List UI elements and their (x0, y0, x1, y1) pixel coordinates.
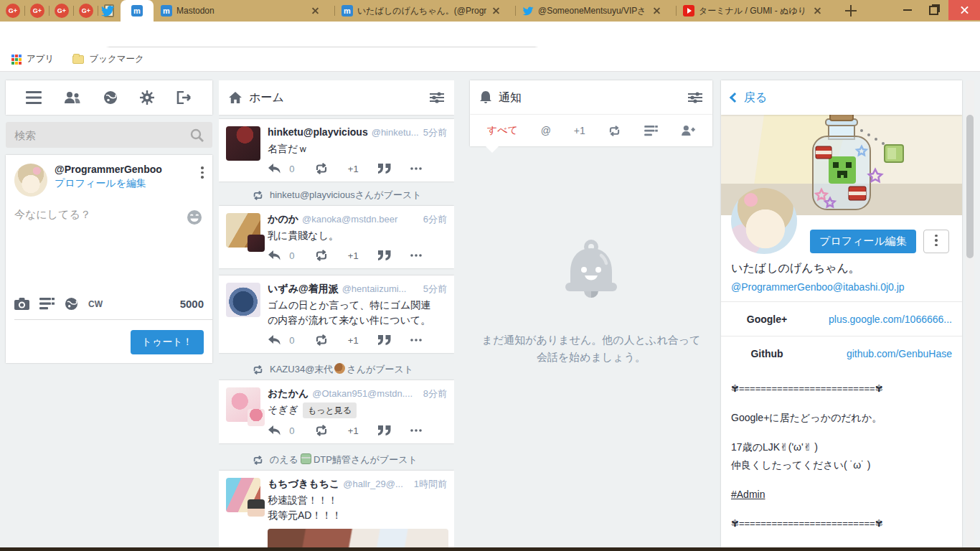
privacy-list-icon[interactable] (39, 298, 55, 310)
filter-statuses-icon[interactable] (644, 126, 658, 136)
search-box[interactable] (6, 122, 212, 148)
account-menu-icon[interactable] (201, 164, 204, 197)
toot-avatar[interactable] (226, 283, 260, 317)
toot-display-name[interactable]: かのか (268, 213, 298, 226)
toot-handle[interactable]: @hentaiizumi... (342, 283, 420, 294)
more-icon[interactable] (410, 429, 422, 432)
edit-profile-link[interactable]: プロフィールを編集 (55, 177, 162, 190)
users-icon[interactable] (64, 91, 81, 104)
back-bar[interactable]: 戻る (721, 80, 962, 115)
toot-avatar[interactable] (226, 213, 260, 248)
show-more-button[interactable]: もっと見る (303, 402, 357, 418)
toot-handle[interactable]: @kanoka@mstdn.beer (302, 214, 420, 225)
account-handle[interactable]: @ProgrammerGenboo (55, 164, 162, 175)
toot-avatar[interactable] (226, 387, 260, 422)
toot-time[interactable]: 5分前 (423, 283, 447, 296)
bio-hashtag-link[interactable]: #Admin (731, 489, 765, 500)
boost-icon[interactable] (314, 334, 329, 346)
column-settings-icon[interactable] (430, 92, 444, 103)
toot[interactable]: hinketu@playvicious @hinketu... 5分前 名言だｗ… (219, 119, 454, 182)
edit-profile-button[interactable]: プロフィール編集 (810, 230, 916, 253)
toot[interactable]: いずみ@着用派 @hentaiizumi... 5分前 ゴムの日とか言って、特に… (219, 276, 454, 353)
filter-boosts-icon[interactable] (608, 126, 621, 136)
toot-avatar[interactable] (226, 478, 260, 512)
close-tab-icon[interactable] (812, 5, 824, 17)
globe-icon[interactable] (103, 90, 118, 105)
quote-icon[interactable] (378, 335, 391, 345)
reply-icon[interactable] (268, 334, 281, 346)
pinned-tab-gplus[interactable]: G+ (79, 4, 93, 18)
boost-icon[interactable] (314, 250, 329, 261)
toot-time[interactable]: 8分前 (423, 387, 447, 400)
bookmark-apps[interactable]: アプリ (11, 53, 54, 65)
emoji-picker-icon[interactable] (187, 209, 202, 225)
active-tab-mastodon-pinned[interactable]: m (121, 0, 154, 22)
toot-time[interactable]: 6分前 (423, 213, 447, 226)
twitter-icon-pinned[interactable] (100, 4, 115, 18)
tab-twitter[interactable]: @SomeoneMentsuyu/VIPさ (517, 0, 676, 22)
window-restore-button[interactable] (921, 0, 946, 20)
filter-favourites[interactable]: +1 (574, 125, 585, 136)
profile-menu-button[interactable] (923, 230, 949, 253)
booster-name[interactable]: KAZU34@末代 (270, 364, 333, 375)
toot[interactable]: もちづきもちこ @hallr_29@... 1時間前 秒速設営！！！ 我等元AD… (219, 471, 454, 547)
toot[interactable]: かのか @kanoka@mstdn.beer 6分前 乳に貴賤なし。 0 +1 (219, 206, 454, 268)
toot-display-name[interactable]: いずみ@着用派 (268, 283, 339, 296)
pinned-tab-gplus[interactable]: G+ (55, 4, 69, 18)
filter-all[interactable]: すべて (487, 124, 518, 137)
tab-mastodon[interactable]: m Mastodon (155, 0, 334, 22)
field-value-link[interactable]: github.com/GenbuHase (813, 348, 962, 359)
toot-button[interactable]: トゥート！ (131, 330, 204, 354)
notifications-column-header[interactable]: 通知 (470, 80, 712, 115)
window-close-button[interactable] (948, 0, 980, 20)
my-avatar[interactable] (14, 164, 47, 197)
quote-icon[interactable] (378, 164, 391, 174)
bookmark-folder[interactable]: ブックマーク (72, 53, 143, 65)
reply-icon[interactable] (268, 163, 281, 174)
toot-display-name[interactable]: もちづきもちこ (268, 478, 339, 491)
toot-time[interactable]: 1時間前 (414, 478, 447, 491)
toot-display-name[interactable]: おたかん (268, 387, 308, 400)
plus-one-button[interactable]: +1 (348, 164, 359, 174)
toot-avatar[interactable] (226, 126, 260, 161)
scrollbar-thumb[interactable] (966, 115, 974, 258)
media-attachment[interactable] (268, 529, 448, 547)
more-icon[interactable] (410, 167, 422, 170)
profile-handle[interactable]: @ProgrammerGenboo@itabashi.0j0.jp (731, 281, 962, 293)
toot-handle[interactable]: @hinketu... (372, 127, 420, 138)
boost-icon[interactable] (314, 425, 329, 436)
quote-icon[interactable] (378, 425, 391, 435)
window-minimize-button[interactable] (895, 0, 920, 20)
quote-icon[interactable] (378, 250, 391, 260)
close-tab-icon[interactable] (310, 5, 321, 17)
more-icon[interactable] (410, 254, 422, 257)
close-tab-icon[interactable] (491, 5, 502, 17)
menu-icon[interactable] (26, 91, 42, 104)
pinned-tab-gplus[interactable]: G+ (6, 4, 20, 18)
booster-name[interactable]: hinketu@playvicious (270, 189, 355, 200)
boost-icon[interactable] (314, 163, 329, 174)
filter-follows-icon[interactable] (681, 125, 695, 136)
plus-one-button[interactable]: +1 (348, 335, 359, 346)
home-column-header[interactable]: ホーム (219, 80, 454, 115)
toot-handle[interactable]: @hallr_29@... (343, 479, 410, 489)
toot-display-name[interactable]: hinketu@playvicious (268, 126, 368, 138)
visibility-globe-icon[interactable] (65, 297, 78, 311)
pinned-tab-gplus[interactable]: G+ (30, 4, 44, 18)
tab-youtube[interactable]: ターミナル / GUMI - ぬゆり - Yo (677, 0, 837, 22)
search-input[interactable] (14, 129, 190, 141)
toot-time[interactable]: 5分前 (423, 126, 447, 139)
reply-icon[interactable] (268, 250, 281, 261)
profile-scrollbar[interactable] (966, 80, 974, 547)
column-settings-icon[interactable] (688, 92, 702, 103)
toot-handle[interactable]: @Otakan951@mstdn.... (312, 388, 419, 399)
compose-textarea[interactable] (14, 208, 204, 294)
gear-icon[interactable] (140, 90, 154, 105)
reply-icon[interactable] (268, 425, 281, 436)
cw-toggle[interactable]: CW (88, 299, 103, 309)
toot[interactable]: おたかん @Otakan951@mstdn.... 8分前 そぎぎもっと見る 0… (219, 380, 454, 443)
filter-mentions[interactable]: @ (541, 125, 551, 136)
tab-profile[interactable]: m いたばしのげんちゃん。(@Progra (336, 0, 515, 22)
new-tab-button[interactable] (845, 5, 857, 17)
more-icon[interactable] (410, 339, 422, 342)
